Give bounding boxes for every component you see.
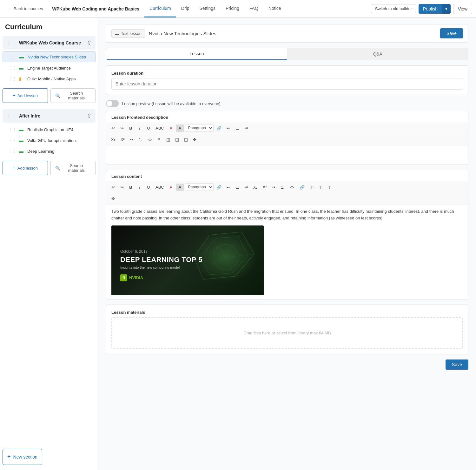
tab-pricing[interactable]: Pricing <box>221 0 244 17</box>
nvidia-slide-image: October 6, 2017 DEEP LEARNING TOP 5 Insi… <box>111 225 264 295</box>
toolbar-undo[interactable]: ↩ <box>109 124 117 132</box>
toolbar2-italic[interactable]: I <box>136 184 144 191</box>
publish-button[interactable]: Publish <box>419 4 442 14</box>
toolbar2-superscript[interactable]: X² <box>260 184 269 191</box>
save-button-top[interactable]: Save <box>440 28 463 38</box>
toolbar2-blockquote-link[interactable]: 🔗 <box>297 184 307 191</box>
toolbar2-bold[interactable]: B <box>127 184 135 191</box>
search-materials-button-2[interactable]: 🔍 Search materials <box>50 161 96 175</box>
new-section-button[interactable]: + New section <box>3 449 42 465</box>
toolbar-superscript[interactable]: X² <box>118 136 127 143</box>
preview-toggle[interactable] <box>106 100 119 107</box>
toolbar2-ordered-list[interactable]: 1. <box>278 184 287 191</box>
frontend-description-content[interactable] <box>106 145 468 164</box>
section-2-lesson-list: ⋮⋮ ▬ Realistic Graphic on UE4 ⋮⋮ ▬ Volta… <box>0 123 98 158</box>
lesson-content-label: Lesson content <box>106 170 468 181</box>
toolbar-table[interactable]: ◫ <box>164 136 172 143</box>
toolbar-unordered-list[interactable]: •• <box>128 136 136 143</box>
course-title: WPKube Web Coding and Apache Basics <box>47 6 145 11</box>
toolbar-redo[interactable]: ↪ <box>118 124 126 132</box>
duration-input[interactable] <box>111 78 463 90</box>
toolbar-align-center[interactable]: ⚌ <box>233 124 241 132</box>
tab-faq[interactable]: FAQ <box>244 0 263 17</box>
section-1-lesson-list: ⋮⋮ ▬ Nvidia New Technologies Slides ⋮⋮ ▬… <box>0 50 98 86</box>
lesson-item-deeplearning[interactable]: ⋮⋮ ▬ Deep Learning <box>3 146 96 156</box>
toolbar-font-color[interactable]: A <box>167 124 175 132</box>
toolbar2-strikethrough[interactable]: ABC <box>153 184 166 191</box>
toolbar2-link[interactable]: 🔗 <box>214 184 224 191</box>
quiz-lesson-icon: ▮ <box>19 76 25 81</box>
drag-handle-icon-2[interactable]: ⋮⋮ <box>6 113 17 119</box>
lesson-item-realistic[interactable]: ⋮⋮ ▬ Realistic Graphic on UE4 <box>3 124 96 135</box>
toolbar2-media[interactable]: ◫ <box>316 184 325 191</box>
toolbar-ordered-list[interactable]: 1. <box>136 136 145 143</box>
toolbar-paragraph-select[interactable]: Paragraph Heading 1 Heading 2 <box>185 124 214 132</box>
back-arrow-icon: ← <box>8 6 12 11</box>
tab-settings[interactable]: Settings <box>194 0 221 17</box>
lesson-type-badge[interactable]: ▬ Text lesson <box>111 29 145 38</box>
toolbar2-fullscreen[interactable]: ✥ <box>109 195 117 202</box>
toolbar-align-right[interactable]: ⇥ <box>242 124 250 132</box>
drag-handle-icon[interactable]: ⋮⋮ <box>6 40 17 46</box>
section-1-collapse-icon[interactable]: ⇧ <box>87 39 92 46</box>
tab-curriculum[interactable]: Curriculum <box>144 0 176 17</box>
section-header-left-1: ⋮⋮ WPKube Web Coding Course <box>6 40 81 46</box>
toolbar-blockquote[interactable]: ❝ <box>155 136 163 143</box>
toolbar2-highlight[interactable]: A <box>176 184 184 191</box>
lesson-title-input[interactable] <box>149 31 436 36</box>
toolbar-italic[interactable]: I <box>136 124 144 132</box>
toolbar2-align-center[interactable]: ⚌ <box>233 184 241 191</box>
section-2-actions: + Add lesson 🔍 Search materials <box>0 158 98 179</box>
toolbar-underline[interactable]: U <box>144 124 153 132</box>
toolbar2-undo[interactable]: ↩ <box>109 184 117 191</box>
lesson-name-nvidia: Nvidia New Technologies Slides <box>28 55 86 59</box>
toolbar-strikethrough[interactable]: ABC <box>153 124 166 132</box>
toolbar2-subscript[interactable]: X₂ <box>251 184 260 191</box>
back-to-courses-link[interactable]: ← Back to courses <box>4 6 47 11</box>
toolbar-subscript[interactable]: X₂ <box>109 136 118 143</box>
toolbar2-underline[interactable]: U <box>144 184 153 191</box>
section-2-collapse-icon[interactable]: ⇧ <box>87 112 92 119</box>
toolbar2-align-right[interactable]: ⇥ <box>242 184 250 191</box>
save-button-bottom[interactable]: Save <box>446 359 468 370</box>
preview-toggle-row: Lesson preview (Lesson will be available… <box>106 100 468 107</box>
toolbar-link[interactable]: 🔗 <box>214 124 224 132</box>
search-materials-label-1: Search materials <box>62 91 91 100</box>
view-button[interactable]: View <box>453 4 472 14</box>
toolbar2-image[interactable]: ◫ <box>325 184 334 191</box>
section-header-1[interactable]: ⋮⋮ WPKube Web Coding Course ⇧ <box>3 36 96 50</box>
tab-notice[interactable]: Notice <box>263 0 286 17</box>
toolbar2-redo[interactable]: ↪ <box>118 184 126 191</box>
toolbar2-align-left[interactable]: ⇤ <box>224 184 233 191</box>
section-header-2[interactable]: ⋮⋮ After Intro ⇧ <box>3 109 96 123</box>
lesson-item-quiz[interactable]: ⋮⋮ ▮ Quiz: Mobile / Native Apps <box>3 74 96 84</box>
tab-qa[interactable]: Q&A <box>287 48 468 60</box>
lesson-item-engine[interactable]: ⋮⋮ ▬ Engine Target Audience <box>3 63 96 73</box>
add-lesson-button-2[interactable]: + Add lesson <box>3 161 48 175</box>
section-wpkube-web-coding: ⋮⋮ WPKube Web Coding Course ⇧ ⋮⋮ ▬ Nvidi… <box>0 36 98 107</box>
toolbar-highlight[interactable]: A <box>176 124 184 132</box>
nvidia-slide-title: DEEP LEARNING TOP 5 <box>120 256 255 264</box>
tab-lesson[interactable]: Lesson <box>106 48 287 60</box>
materials-drop-zone[interactable]: Drag files here or select from library m… <box>111 317 463 349</box>
toolbar-media[interactable]: ◫ <box>173 136 181 143</box>
lesson-item-nvidia[interactable]: ⋮⋮ ▬ Nvidia New Technologies Slides <box>3 51 96 62</box>
toolbar-align-left[interactable]: ⇤ <box>224 124 233 132</box>
lesson-item-volta[interactable]: ⋮⋮ ▬ Volta GPU for optimization. <box>3 135 96 145</box>
toolbar2-font-color[interactable]: A <box>167 184 175 191</box>
toolbar2-paragraph-select[interactable]: Paragraph Heading 1 <box>185 183 214 191</box>
switch-old-builder-button[interactable]: Switch to old builder <box>371 4 416 13</box>
toolbar-image[interactable]: ◫ <box>182 136 190 143</box>
toolbar-code[interactable]: <> <box>145 136 155 143</box>
add-lesson-button-1[interactable]: + Add lesson <box>3 88 48 103</box>
toolbar-bold[interactable]: B <box>127 124 135 132</box>
search-materials-button-1[interactable]: 🔍 Search materials <box>50 88 96 103</box>
tab-drip[interactable]: Drip <box>176 0 195 17</box>
toolbar2-table[interactable]: ◫ <box>307 184 316 191</box>
publish-dropdown-button[interactable]: ▼ <box>442 4 451 14</box>
toolbar2-code[interactable]: <> <box>287 184 296 191</box>
lesson-content-body[interactable]: Two fourth grade classes are learning ab… <box>106 205 468 299</box>
toolbar-fullscreen[interactable]: ✥ <box>191 136 199 143</box>
toolbar2-unordered-list[interactable]: •• <box>269 184 278 191</box>
text-lesson-icon: ▬ <box>19 138 25 143</box>
